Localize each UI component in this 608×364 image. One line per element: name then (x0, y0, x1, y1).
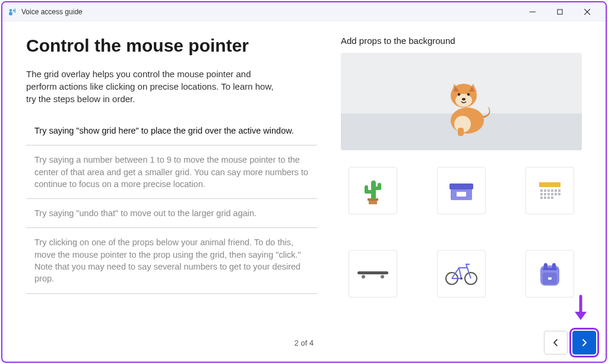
window-title: Voice access guide (21, 8, 83, 16)
svg-rect-34 (544, 193, 546, 195)
svg-rect-10 (458, 128, 464, 136)
svg-rect-24 (449, 183, 473, 189)
svg-rect-22 (374, 186, 381, 190)
nav-buttons (544, 331, 596, 354)
svg-point-14 (467, 93, 470, 96)
prop-bicycle[interactable] (437, 250, 486, 297)
svg-point-13 (458, 93, 460, 96)
svg-rect-27 (540, 189, 543, 192)
svg-rect-29 (547, 189, 550, 192)
step-item: Try saying a number between 1 to 9 to mo… (26, 145, 317, 199)
svg-point-48 (460, 277, 463, 280)
svg-rect-32 (558, 189, 560, 192)
svg-rect-37 (555, 193, 557, 195)
prop-box[interactable] (437, 167, 486, 214)
skateboard-icon (356, 268, 390, 280)
intro-text: The grid overlay helps you control the m… (26, 68, 281, 105)
svg-rect-5 (558, 10, 562, 14)
app-icon (7, 7, 17, 17)
close-button[interactable] (574, 3, 601, 21)
right-panel: Add props to the background (341, 36, 582, 324)
preview-canvas[interactable] (341, 53, 582, 150)
bicycle-icon (444, 262, 479, 286)
svg-rect-53 (543, 268, 557, 270)
calendar-icon (537, 179, 563, 202)
svg-rect-25 (457, 192, 466, 197)
svg-rect-40 (544, 197, 546, 199)
titlebar: Voice access guide (2, 2, 606, 21)
prop-cactus[interactable] (349, 167, 397, 214)
step-item: Try saying "show grid here" to place the… (26, 122, 317, 145)
backpack-icon (537, 259, 563, 288)
svg-rect-41 (547, 197, 550, 199)
svg-point-15 (462, 98, 466, 100)
prop-grid (341, 167, 582, 297)
svg-rect-43 (357, 271, 388, 274)
minimize-button[interactable] (519, 3, 546, 21)
svg-rect-30 (551, 189, 553, 192)
svg-rect-38 (558, 193, 560, 195)
svg-point-1 (10, 9, 12, 12)
page-indicator: 2 of 4 (294, 338, 314, 347)
svg-rect-28 (544, 189, 546, 192)
maximize-button[interactable] (546, 3, 574, 21)
steps-list: Try saying "show grid here" to place the… (26, 122, 317, 294)
prop-calendar[interactable] (525, 167, 574, 214)
box-icon (448, 180, 474, 201)
step-item: Try saying "undo that" to move out to th… (26, 199, 317, 228)
svg-rect-2 (13, 10, 14, 12)
svg-point-44 (362, 275, 365, 278)
svg-point-0 (9, 12, 12, 15)
prop-backpack[interactable] (525, 250, 574, 297)
svg-point-45 (381, 275, 384, 278)
next-button[interactable] (572, 331, 596, 354)
previous-button[interactable] (544, 331, 568, 354)
page-heading: Control the mouse pointer (26, 36, 317, 56)
window-controls (519, 3, 601, 21)
content-area: Control the mouse pointer The grid overl… (2, 21, 606, 328)
svg-rect-18 (371, 181, 376, 200)
svg-rect-20 (365, 190, 373, 194)
step-item: Try clicking on one of the props below y… (26, 228, 317, 293)
right-panel-title: Add props to the background (341, 36, 582, 46)
svg-rect-3 (15, 8, 16, 12)
svg-rect-26 (539, 182, 560, 187)
svg-rect-36 (551, 193, 553, 195)
app-window: Voice access guide Control the mouse poi… (1, 1, 607, 363)
svg-rect-42 (551, 197, 553, 199)
prop-skateboard[interactable] (349, 250, 397, 297)
svg-rect-33 (540, 193, 543, 195)
svg-rect-35 (547, 193, 550, 195)
footer: 2 of 4 (2, 328, 606, 362)
svg-rect-31 (555, 189, 557, 192)
cactus-icon (361, 176, 385, 205)
dog-illustration (438, 72, 497, 140)
svg-rect-39 (540, 197, 543, 199)
svg-rect-54 (548, 277, 552, 280)
left-panel: Control the mouse pointer The grid overl… (26, 36, 317, 324)
